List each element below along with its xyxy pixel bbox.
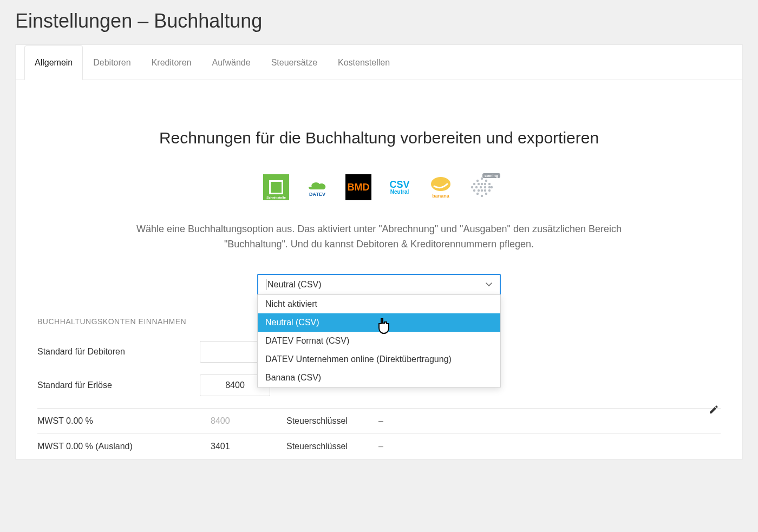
tab-content: Rechnungen für die Buchhaltung vorbereit… bbox=[16, 80, 742, 459]
coming-soon-icon: coming bbox=[469, 174, 495, 200]
settings-card: Allgemein Debitoren Kreditoren Aufwände … bbox=[15, 44, 743, 459]
svg-point-19 bbox=[484, 189, 486, 192]
svg-point-12 bbox=[480, 186, 482, 188]
tax-label: MWST 0.00 % (Ausland) bbox=[37, 442, 211, 451]
format-select[interactable]: Neutral (CSV) bbox=[257, 274, 501, 295]
option-neutral-csv[interactable]: Neutral (CSV) bbox=[258, 313, 500, 332]
page-title: Einstellungen – Buchhaltung bbox=[0, 0, 758, 44]
svg-point-16 bbox=[473, 189, 475, 192]
tabs: Allgemein Debitoren Kreditoren Aufwände … bbox=[16, 45, 742, 80]
option-datev-csv[interactable]: DATEV Format (CSV) bbox=[258, 332, 500, 350]
csv-neutral-icon: CSV Neutral bbox=[387, 174, 413, 200]
svg-point-18 bbox=[481, 189, 483, 192]
svg-point-8 bbox=[484, 183, 486, 185]
option-banana-csv[interactable]: Banana (CSV) bbox=[258, 369, 500, 387]
svg-point-17 bbox=[478, 189, 480, 192]
svg-point-10 bbox=[471, 186, 473, 188]
bmd-icon: BMD bbox=[345, 174, 371, 200]
tax-key-value: – bbox=[378, 442, 383, 451]
format-select-wrap: Neutral (CSV) Nicht aktiviert Neutral (C… bbox=[257, 274, 501, 295]
svg-point-6 bbox=[478, 183, 480, 185]
tax-code: 8400 bbox=[211, 416, 286, 426]
tab-aufwaende[interactable]: Aufwände bbox=[201, 45, 260, 80]
tax-table: MWST 0.00 % 8400 Steuerschlüssel – MWST … bbox=[37, 408, 721, 459]
svg-point-20 bbox=[488, 189, 491, 192]
tab-kreditoren[interactable]: Kreditoren bbox=[141, 45, 202, 80]
export-logos: Schnittstelle DATEV BMD CSV Neutral bana… bbox=[16, 174, 742, 200]
svg-point-11 bbox=[475, 186, 478, 188]
tab-kostenstellen[interactable]: Kostenstellen bbox=[328, 45, 400, 80]
svg-point-7 bbox=[481, 183, 483, 185]
svg-point-23 bbox=[481, 195, 483, 197]
tax-row: MWST 0.00 % 8400 Steuerschlüssel – bbox=[37, 408, 721, 434]
svg-point-14 bbox=[488, 186, 491, 188]
label-erloese: Standard für Erlöse bbox=[37, 380, 200, 390]
tab-allgemein[interactable]: Allgemein bbox=[24, 45, 83, 80]
option-nicht-aktiviert[interactable]: Nicht aktiviert bbox=[258, 295, 500, 313]
tax-label: MWST 0.00 % bbox=[37, 416, 211, 426]
option-datev-online[interactable]: DATEV Unternehmen online (Direktübertrag… bbox=[258, 350, 500, 369]
svg-point-4 bbox=[485, 180, 487, 182]
svg-point-5 bbox=[473, 183, 475, 185]
datev-cloud-icon: DATEV bbox=[304, 174, 330, 200]
tax-key-value: – bbox=[378, 416, 383, 426]
svg-point-21 bbox=[476, 193, 479, 195]
chevron-down-icon bbox=[486, 280, 492, 288]
svg-point-3 bbox=[476, 180, 479, 182]
svg-point-22 bbox=[485, 193, 487, 195]
tax-key-label: Steuerschlüssel bbox=[286, 416, 378, 426]
svg-point-15 bbox=[491, 186, 493, 188]
datev-schnittstelle-icon: Schnittstelle bbox=[263, 174, 289, 200]
tab-debitoren[interactable]: Debitoren bbox=[83, 45, 141, 80]
section-headline: Rechnungen für die Buchhaltung vorbereit… bbox=[16, 129, 742, 147]
banana-icon: banana bbox=[428, 174, 454, 200]
tax-code: 3401 bbox=[211, 442, 286, 451]
format-dropdown: Nicht aktiviert Neutral (CSV) DATEV Form… bbox=[257, 294, 501, 387]
tax-row: MWST 0.00 % (Ausland) 3401 Steuerschlüss… bbox=[37, 434, 721, 459]
section-description: Wähle eine Buchhaltungsoption aus. Das a… bbox=[130, 222, 628, 252]
tax-key-label: Steuerschlüssel bbox=[286, 442, 378, 451]
tab-steuersaetze[interactable]: Steuersätze bbox=[261, 45, 328, 80]
edit-icon[interactable] bbox=[709, 405, 718, 417]
svg-point-13 bbox=[484, 186, 486, 188]
svg-text:DATEV: DATEV bbox=[309, 192, 325, 197]
svg-point-9 bbox=[488, 183, 491, 185]
label-debitoren: Standard für Debitoren bbox=[37, 347, 200, 357]
format-select-value: Neutral (CSV) bbox=[266, 279, 322, 290]
